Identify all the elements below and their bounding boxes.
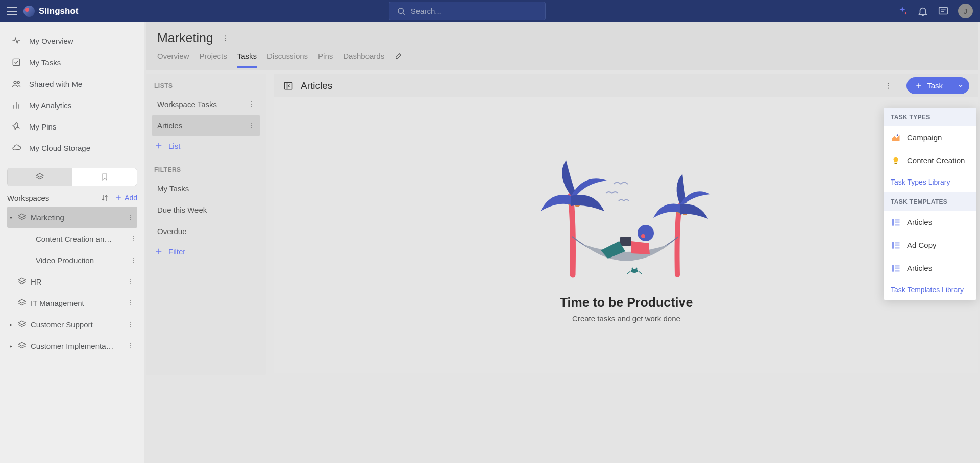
workspaces-header: Workspaces Add [7,193,137,202]
dropdown-template-item[interactable]: Articles [884,256,976,279]
svg-point-41 [225,37,226,38]
more-vertical-icon[interactable] [126,278,134,285]
svg-point-6 [14,81,16,84]
sidebar-view-bookmarks[interactable] [72,168,137,186]
filter-item[interactable]: Due this Week [152,199,260,220]
svg-marker-24 [18,278,26,282]
caret-icon[interactable]: ▸ [8,343,13,349]
nav-item-check-square[interactable]: My Tasks [7,52,137,73]
more-vertical-icon[interactable] [248,100,255,108]
list-item[interactable]: Articles [152,115,260,136]
nav-item-pin[interactable]: My Pins [7,116,137,137]
content-area: Marketing OverviewProjectsTasksDiscussio… [144,22,980,463]
users-icon [11,79,21,89]
more-vertical-icon[interactable] [129,256,137,264]
add-filter-button[interactable]: Filter [152,242,260,261]
tab-pins[interactable]: Pins [318,52,333,68]
nav-item-cloud[interactable]: My Cloud Storage [7,137,137,159]
tab-tasks[interactable]: Tasks [237,52,257,68]
caret-icon[interactable]: ▾ [8,215,13,220]
add-workspace-button[interactable]: Add [114,194,137,202]
edit-tabs-icon[interactable] [395,52,403,68]
top-bar: Slingshot J [0,0,980,22]
tab-dashboards[interactable]: Dashboards [343,52,384,68]
add-list-button[interactable]: List [152,136,260,156]
nav-item-label: My Analytics [29,101,71,110]
workspace-child-item[interactable]: Content Creation an… [7,228,137,249]
page-more-icon[interactable] [222,34,230,42]
plus-icon [114,194,122,202]
svg-point-46 [251,123,252,124]
search-box[interactable] [389,2,546,20]
nav-item-activity[interactable]: My Overview [7,30,137,52]
notes-icon[interactable] [938,6,949,17]
more-vertical-icon[interactable] [126,214,134,221]
new-task-button-main[interactable]: Task [906,81,951,90]
more-vertical-icon[interactable] [126,299,134,306]
dropdown-templates-library-link[interactable]: Task Templates Library [884,279,976,300]
sidebar-view-stacks[interactable] [8,168,72,186]
tab-projects[interactable]: Projects [200,52,227,68]
sparkle-icon[interactable] [897,6,908,17]
workspace-label: Marketing [31,213,122,222]
dropdown-template-item[interactable]: Ad Copy [884,234,976,256]
workspace-item[interactable]: ▸Customer Support [7,314,137,335]
tab-overview[interactable]: Overview [157,52,189,68]
tabs-row: OverviewProjectsTasksDiscussionsPinsDash… [157,52,967,68]
new-task-button: Task [906,77,969,94]
add-filter-label: Filter [168,247,185,256]
dropdown-template-item[interactable]: Articles [884,211,976,234]
list-item-label: Articles [157,121,248,130]
svg-point-25 [130,279,131,280]
more-vertical-icon[interactable] [126,321,134,328]
nav-item-bar-chart[interactable]: My Analytics [7,94,137,116]
new-task-dropdown-toggle[interactable] [951,77,969,94]
page-title: Marketing [157,31,213,45]
dropdown-type-item[interactable]: Content Creation [884,149,976,172]
nav-item-label: My Cloud Storage [29,144,90,152]
search-input[interactable] [411,7,538,15]
user-avatar[interactable]: J [958,4,973,18]
filter-item-label: Overdue [157,227,255,236]
workspace-item[interactable]: IT Management [7,292,137,314]
dropdown-types-library-link[interactable]: Task Types Library [884,172,976,192]
workspace-child-item[interactable]: Video Production [7,249,137,271]
stack-icon [17,277,27,286]
svg-rect-83 [895,265,899,266]
workspace-item[interactable]: ▸Customer Implementa… [7,335,137,356]
svg-point-26 [130,281,131,282]
logo[interactable]: Slingshot [23,6,78,17]
plus-icon [915,82,923,90]
workspace-child-label: Content Creation an… [36,235,125,243]
filter-item[interactable]: Overdue [152,220,260,242]
more-vertical-icon[interactable] [126,342,134,349]
workspace-item[interactable]: HR [7,271,137,292]
tab-discussions[interactable]: Discussions [267,52,308,68]
empty-subtitle: Create tasks and get work done [572,314,680,323]
bell-icon[interactable] [917,6,928,17]
sort-icon[interactable] [100,193,109,202]
more-vertical-icon[interactable] [248,122,255,129]
empty-state: Time to be Productive Create tasks and g… [274,97,978,373]
svg-point-56 [888,85,889,86]
dropdown-type-item[interactable]: Campaign [884,126,976,149]
svg-marker-14 [18,214,26,218]
workspace-item[interactable]: ▾Marketing [7,207,137,228]
caret-icon[interactable]: ▸ [8,322,13,327]
filter-item[interactable]: My Tasks [152,177,260,199]
add-list-label: List [168,142,180,150]
more-vertical-icon[interactable] [129,235,137,242]
svg-line-1 [403,13,404,14]
svg-point-37 [130,343,131,344]
main-panel-more-icon[interactable] [884,82,892,90]
svg-point-44 [251,104,252,105]
dropdown-item-label: Ad Copy [907,241,937,249]
svg-point-72 [897,134,898,136]
panel-collapse-icon[interactable] [283,81,293,91]
svg-point-68 [632,268,633,269]
dropdown-item-label: Content Creation [907,156,965,165]
svg-point-47 [251,125,252,126]
list-item[interactable]: Workspace Tasks [152,93,260,115]
nav-item-users[interactable]: Shared with Me [7,73,137,94]
hamburger-icon[interactable] [7,7,17,15]
